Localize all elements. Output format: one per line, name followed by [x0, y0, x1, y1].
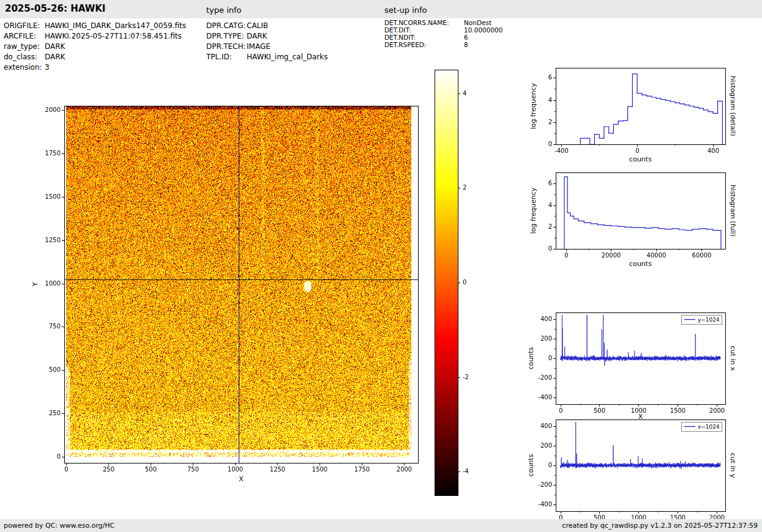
meta-row-dpr-tech: DPR.TECH: IMAGE	[206, 42, 328, 52]
meta-row-rspeed: DET.RSPEED: 8	[384, 41, 502, 48]
meta-label: DPR.TECH:	[206, 42, 247, 52]
meta-row-arcfile: ARCFILE: HAWKI.2025-05-27T11:07:58.451.f…	[4, 31, 186, 42]
meta-row-dpr-type: DPR.TYPE: DARK	[206, 31, 328, 42]
cut-in-y-plot	[526, 412, 738, 528]
meta-value: IMAGE	[247, 42, 271, 52]
footer-created-by: created by qc_rawdisp.py v1.2.3 on 2025-…	[562, 519, 758, 532]
meta-label: ARCFILE:	[4, 31, 45, 42]
colorbar	[427, 65, 488, 502]
meta-value: DARK	[45, 52, 65, 62]
meta-value: CALIB	[247, 21, 268, 31]
meta-row-do-class: do_class: DARK	[4, 52, 186, 62]
footer-bar: powered by QC: www.eso.org/HC created by…	[0, 519, 762, 532]
meta-row-raw-type: raw_type: DARK	[4, 42, 186, 52]
meta-row-ndit: DET.NDIT: 6	[384, 34, 502, 41]
meta-row-dit: DET.DIT: 10.0000000	[384, 26, 502, 34]
setup-info-panel: DET.NCORRS.NAME: NonDest DET.DIT: 10.000…	[384, 19, 502, 48]
meta-value: 6	[464, 34, 468, 41]
meta-label: DPR.TYPE:	[206, 31, 247, 42]
cut-in-x-plot	[526, 305, 738, 421]
meta-value: HAWKI.2025-05-27T11:07:58.451.fits	[45, 31, 182, 42]
footer-powered-by: powered by QC: www.eso.org/HC	[4, 519, 114, 532]
qc-report-page: 2025-05-26: HAWKI type info set-up info …	[0, 0, 762, 532]
meta-value: 8	[464, 41, 468, 48]
file-info-panel: ORIGFILE: HAWKI_IMG_DARK_Darks147_0059.f…	[4, 21, 186, 73]
meta-value: HAWKI_img_cal_Darks	[247, 52, 328, 62]
meta-row-origfile: ORIGFILE: HAWKI_IMG_DARK_Darks147_0059.f…	[4, 21, 186, 31]
meta-value: DARK	[45, 42, 65, 52]
histogram-full-plot	[526, 166, 738, 276]
meta-label: DET.RSPEED:	[384, 41, 464, 48]
meta-row-dpr-catg: DPR.CATG: CALIB	[206, 21, 328, 31]
meta-label: TPL.ID:	[206, 52, 247, 62]
histogram-detail-plot	[526, 61, 738, 171]
setup-info-heading: set-up info	[384, 6, 427, 15]
meta-row-ncorrs: DET.NCORRS.NAME: NonDest	[384, 19, 502, 26]
detector-image-plot	[24, 67, 428, 490]
meta-value: HAWKI_IMG_DARK_Darks147_0059.fits	[45, 21, 186, 31]
meta-value: NonDest	[464, 19, 491, 26]
page-title: 2025-05-26: HAWKI	[5, 3, 105, 14]
header-bar: 2025-05-26: HAWKI type info set-up info	[0, 0, 762, 18]
meta-label: raw_type:	[4, 42, 45, 52]
meta-label: DET.NCORRS.NAME:	[384, 19, 464, 26]
meta-value: DARK	[247, 31, 267, 42]
meta-label: do_class:	[4, 52, 45, 62]
meta-row-tpl-id: TPL.ID: HAWKI_img_cal_Darks	[206, 52, 328, 62]
meta-label: DET.DIT:	[384, 26, 464, 34]
meta-value: 10.0000000	[464, 26, 502, 34]
meta-label: DPR.CATG:	[206, 21, 247, 31]
meta-label: ORIGFILE:	[4, 21, 45, 31]
type-info-panel: DPR.CATG: CALIB DPR.TYPE: DARK DPR.TECH:…	[206, 21, 328, 62]
meta-label: DET.NDIT:	[384, 34, 464, 41]
type-info-heading: type info	[206, 6, 242, 15]
